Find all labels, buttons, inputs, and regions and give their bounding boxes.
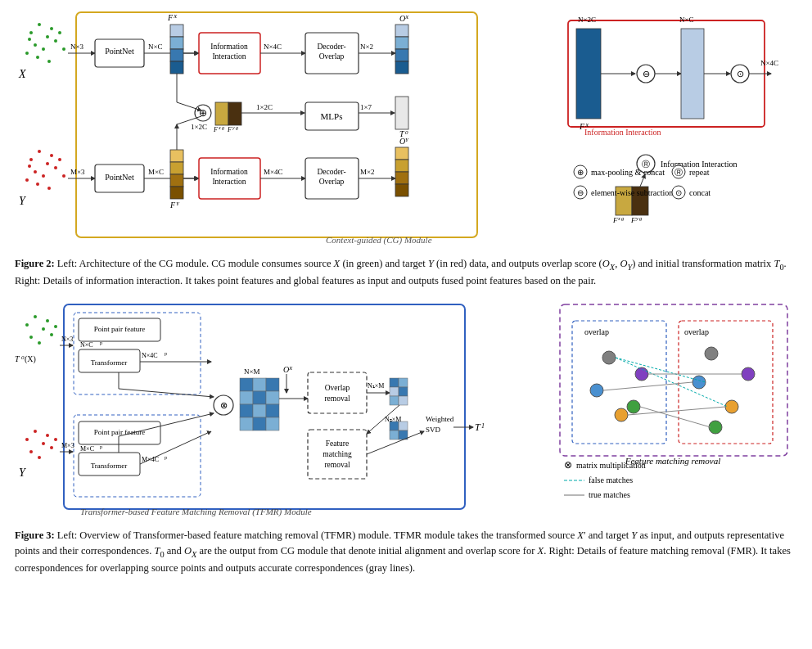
svg-text:Weighted: Weighted — [426, 415, 454, 423]
svg-rect-49 — [395, 49, 408, 61]
svg-rect-196 — [240, 378, 253, 391]
svg-text:false matches: false matches — [589, 475, 633, 484]
svg-text:X: X — [404, 14, 409, 20]
svg-point-20 — [50, 154, 53, 157]
svg-rect-197 — [240, 391, 253, 404]
svg-text:1: 1 — [481, 422, 485, 430]
svg-text:p: p — [165, 351, 167, 356]
svg-point-169 — [50, 446, 53, 449]
svg-text:Decoder-: Decoder- — [317, 43, 345, 51]
svg-text:Transformer: Transformer — [91, 462, 128, 470]
svg-point-22 — [58, 158, 61, 161]
svg-text:1×2C: 1×2C — [256, 103, 273, 111]
svg-text:Y: Y — [19, 195, 27, 207]
svg-text:N×C: N×C — [679, 16, 694, 24]
svg-point-9 — [62, 47, 65, 51]
svg-point-2 — [46, 35, 49, 38]
svg-text:⊖: ⊖ — [577, 188, 584, 197]
svg-point-1 — [38, 23, 41, 26]
svg-point-261 — [709, 421, 722, 434]
svg-point-168 — [46, 434, 49, 437]
svg-point-163 — [25, 438, 29, 441]
svg-rect-55 — [170, 49, 183, 61]
svg-rect-219 — [399, 378, 408, 387]
svg-text:F: F — [612, 216, 618, 224]
svg-text:g: g — [621, 215, 625, 221]
svg-point-11 — [47, 60, 51, 63]
svg-rect-199 — [240, 417, 253, 430]
svg-rect-205 — [266, 391, 279, 404]
svg-text:PointNet: PointNet — [105, 173, 134, 182]
tfmr-pointcloud-y: Y — [19, 430, 57, 479]
svg-point-23 — [62, 174, 65, 178]
point-cloud-y: Y — [19, 150, 65, 207]
svg-point-260 — [725, 400, 738, 413]
svg-text:MLPs: MLPs — [321, 111, 343, 121]
cg-module-label: Context-guided (CG) Module — [326, 235, 432, 246]
svg-point-156 — [38, 341, 41, 345]
svg-text:y: y — [635, 215, 638, 221]
svg-rect-200 — [253, 378, 266, 391]
fig3-diagram: T 0 (X) Y Transformer-based Feature Matc… — [15, 300, 547, 521]
svg-point-0 — [29, 31, 33, 34]
svg-text:Y: Y — [176, 201, 180, 207]
svg-rect-220 — [390, 387, 399, 396]
svg-text:M×C: M×C — [148, 168, 164, 176]
svg-text:PointNet: PointNet — [105, 47, 134, 56]
svg-point-257 — [627, 400, 640, 413]
svg-point-12 — [28, 38, 31, 41]
svg-text:F: F — [167, 13, 174, 22]
svg-rect-103 — [170, 162, 183, 174]
svg-text:repeat: repeat — [689, 168, 710, 177]
svg-text:N×3: N×3 — [70, 43, 84, 51]
svg-rect-50 — [395, 61, 408, 74]
svg-text:N×M: N×M — [244, 367, 260, 376]
svg-text:M×3: M×3 — [70, 168, 85, 176]
svg-rect-99 — [395, 184, 408, 196]
svg-rect-102 — [170, 150, 183, 162]
svg-line-264 — [616, 358, 728, 407]
nxm-matrix: N×M — [240, 367, 279, 430]
svg-text:⊙: ⊙ — [737, 69, 744, 79]
fig3-right: overlap overlap — [552, 300, 797, 521]
svg-rect-77 — [395, 97, 408, 129]
svg-rect-231 — [399, 421, 408, 430]
fig3-right-diagram: overlap overlap — [552, 300, 793, 521]
svg-point-14 — [29, 158, 33, 161]
svg-text:N×4C: N×4C — [142, 352, 158, 359]
svg-rect-223 — [399, 396, 408, 405]
svg-text:N×4C: N×4C — [760, 59, 778, 67]
svg-point-253 — [602, 351, 616, 364]
svg-point-159 — [54, 325, 57, 328]
svg-point-158 — [50, 333, 53, 336]
svg-rect-97 — [395, 160, 408, 172]
svg-rect-54 — [170, 37, 183, 49]
svg-point-21 — [54, 166, 57, 169]
svg-text:F: F — [169, 201, 176, 210]
svg-text:T: T — [475, 421, 481, 433]
svg-line-265 — [603, 382, 692, 390]
svg-rect-53 — [170, 25, 183, 37]
caption2: Figure 2: Left: Architecture of the CG m… — [15, 256, 797, 289]
svg-text:Decoder-: Decoder- — [317, 168, 345, 176]
svg-text:M×C: M×C — [80, 445, 94, 453]
svg-point-254 — [590, 384, 603, 397]
svg-point-153 — [34, 315, 37, 318]
svg-text:element-wise subtraction: element-wise subtraction — [591, 188, 673, 197]
svg-rect-213 — [308, 372, 367, 413]
svg-text:g: g — [222, 125, 224, 130]
svg-rect-206 — [266, 404, 279, 417]
fig2-left: X Y Context-guide — [15, 8, 544, 250]
svg-text:Point pair feature: Point pair feature — [94, 325, 145, 333]
svg-rect-119 — [681, 29, 704, 119]
svg-rect-56 — [170, 61, 183, 74]
svg-rect-96 — [395, 147, 408, 160]
svg-rect-202 — [253, 404, 266, 417]
svg-rect-230 — [390, 421, 399, 430]
svg-point-165 — [42, 442, 45, 445]
svg-text:N×2: N×2 — [360, 43, 373, 51]
svg-text:X: X — [288, 365, 293, 372]
svg-point-6 — [50, 27, 53, 30]
svg-text:X: X — [584, 122, 589, 128]
svg-rect-204 — [266, 378, 279, 391]
